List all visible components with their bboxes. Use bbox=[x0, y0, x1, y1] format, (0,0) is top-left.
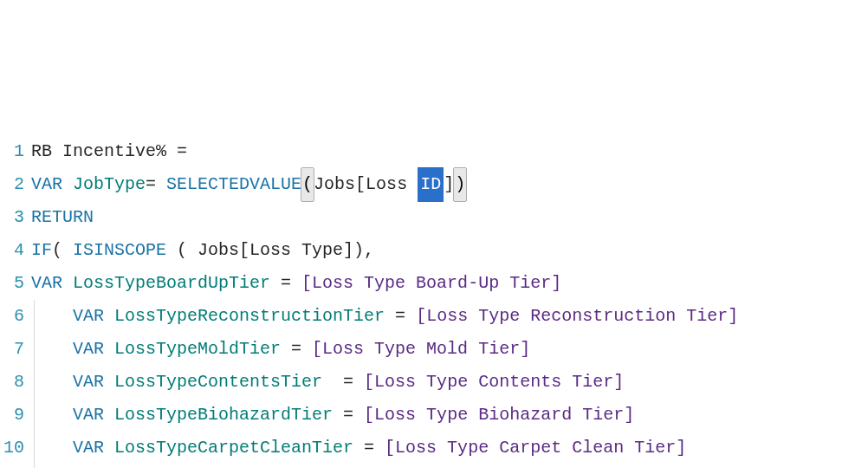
code-line[interactable]: VAR LossTypeCarpetCleanTier = [Loss Type… bbox=[31, 432, 868, 465]
variable-name-token: LossTypeSTRCleanTier bbox=[114, 465, 322, 468]
measure-reference-token: [Loss Type Mold Tier] bbox=[312, 333, 530, 366]
code-token bbox=[104, 432, 114, 465]
keyword-token: VAR bbox=[73, 399, 104, 432]
code-token: = bbox=[281, 333, 312, 366]
keyword-token: VAR bbox=[31, 267, 62, 300]
code-token bbox=[104, 399, 114, 432]
code-line[interactable]: VAR LossTypeBoardUpTier = [Loss Type Boa… bbox=[31, 267, 868, 300]
keyword-token: VAR bbox=[31, 168, 62, 201]
code-token bbox=[31, 465, 73, 468]
measure-reference-token: [Loss Type Biohazard Tier] bbox=[364, 399, 634, 432]
function-token: IF bbox=[31, 234, 52, 267]
variable-name-token: LossTypeContentsTier bbox=[114, 366, 322, 399]
line-number: 3 bbox=[0, 201, 24, 234]
code-token: = bbox=[322, 465, 353, 468]
line-number: 1 bbox=[0, 135, 24, 168]
code-token: = bbox=[333, 399, 364, 432]
code-line[interactable]: VAR LossTypeBiohazardTier = [Loss Type B… bbox=[31, 399, 868, 432]
code-line[interactable]: VAR LossTypeSTRCleanTier = [Loss Type ST… bbox=[31, 465, 868, 468]
keyword-token: VAR bbox=[73, 465, 104, 468]
variable-name-token: LossTypeBiohazardTier bbox=[114, 399, 333, 432]
code-token bbox=[62, 168, 73, 201]
code-token bbox=[31, 333, 73, 366]
code-line[interactable]: IF( ISINSCOPE ( Jobs[Loss Type]), bbox=[31, 234, 868, 267]
code-token bbox=[62, 267, 73, 300]
code-line[interactable]: VAR JobType= SELECTEDVALUE(Jobs[Loss ID]… bbox=[31, 168, 868, 201]
dax-editor[interactable]: 1234567891011121314 RB Incentive% =VAR J… bbox=[0, 135, 868, 468]
keyword-token: VAR bbox=[73, 366, 104, 399]
code-token bbox=[31, 432, 73, 465]
function-token: ISINSCOPE bbox=[73, 234, 166, 267]
keyword-token: VAR bbox=[73, 300, 104, 333]
code-token bbox=[31, 366, 73, 399]
code-line[interactable]: VAR LossTypeMoldTier = [Loss Type Mold T… bbox=[31, 333, 868, 366]
variable-name-token: JobType bbox=[73, 168, 146, 201]
code-token: = bbox=[146, 168, 166, 201]
line-number-gutter: 1234567891011121314 bbox=[0, 135, 31, 468]
variable-name-token: LossTypeReconstructionTier bbox=[114, 300, 385, 333]
code-token: ( bbox=[52, 234, 73, 267]
code-token: Jobs[Loss bbox=[314, 168, 418, 201]
code-token: RB Incentive% = bbox=[31, 135, 187, 168]
code-token: ( Jobs[Loss Type]), bbox=[166, 234, 374, 267]
code-token bbox=[104, 300, 114, 333]
code-token bbox=[31, 300, 73, 333]
line-number: 2 bbox=[0, 168, 24, 201]
variable-name-token: LossTypeBoardUpTier bbox=[73, 267, 270, 300]
code-token bbox=[104, 333, 114, 366]
line-number: 4 bbox=[0, 234, 24, 267]
code-token: = bbox=[270, 267, 301, 300]
code-token bbox=[104, 366, 114, 399]
code-line[interactable]: RETURN bbox=[31, 201, 868, 234]
code-lines[interactable]: RB Incentive% =VAR JobType= SELECTEDVALU… bbox=[31, 135, 868, 468]
matched-bracket: ) bbox=[453, 167, 467, 202]
code-line[interactable]: VAR LossTypeContentsTier = [Loss Type Co… bbox=[31, 366, 868, 399]
keyword-token: VAR bbox=[73, 432, 104, 465]
code-token bbox=[31, 399, 73, 432]
line-number: 7 bbox=[0, 333, 24, 366]
code-line[interactable]: VAR LossTypeReconstructionTier = [Loss T… bbox=[31, 300, 868, 333]
keyword-token: VAR bbox=[73, 333, 104, 366]
code-token: = bbox=[322, 366, 364, 399]
measure-reference-token: [Loss Type Reconstruction Tier] bbox=[416, 300, 738, 333]
line-number: 5 bbox=[0, 267, 24, 300]
line-number: 9 bbox=[0, 399, 24, 432]
measure-reference-token: [Loss Type STR Clean Tier] bbox=[353, 465, 624, 468]
code-line[interactable]: RB Incentive% = bbox=[31, 135, 868, 168]
keyword-token: RETURN bbox=[31, 201, 94, 234]
line-number: 10 bbox=[0, 432, 24, 465]
variable-name-token: LossTypeCarpetCleanTier bbox=[114, 432, 353, 465]
line-number: 11 bbox=[0, 465, 24, 468]
line-number: 8 bbox=[0, 366, 24, 399]
measure-reference-token: [Loss Type Contents Tier] bbox=[364, 366, 624, 399]
function-token: SELECTEDVALUE bbox=[166, 168, 301, 201]
variable-name-token: LossTypeMoldTier bbox=[114, 333, 281, 366]
selected-text: ID bbox=[418, 167, 444, 202]
code-token bbox=[104, 465, 114, 468]
code-token: = bbox=[385, 300, 416, 333]
matched-bracket: ( bbox=[301, 167, 314, 202]
measure-reference-token: [Loss Type Board-Up Tier] bbox=[301, 267, 561, 300]
code-token: = bbox=[353, 432, 385, 465]
line-number: 6 bbox=[0, 300, 24, 333]
measure-reference-token: [Loss Type Carpet Clean Tier] bbox=[385, 432, 686, 465]
